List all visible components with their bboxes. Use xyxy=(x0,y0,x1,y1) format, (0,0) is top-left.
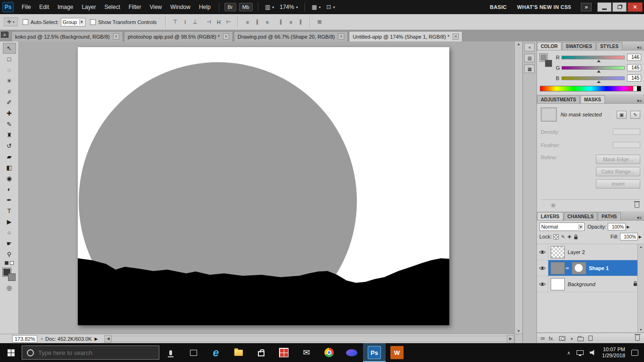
align-bottom-edges-button[interactable]: ⊥ xyxy=(190,17,200,26)
green-slider[interactable] xyxy=(561,66,625,70)
align-vertical-centers-button[interactable]: I xyxy=(180,17,190,26)
action-center-icon[interactable] xyxy=(631,350,638,356)
layer-mask-link-icon[interactable]: 8 xyxy=(565,266,570,271)
path-selection-tool[interactable]: ▶ xyxy=(3,216,16,227)
color-spectrum-ramp[interactable] xyxy=(540,86,641,91)
color-swatches-control[interactable] xyxy=(3,268,16,281)
type-tool[interactable]: T xyxy=(3,206,16,216)
layer-name[interactable]: Background xyxy=(568,281,595,287)
align-right-edges-button[interactable]: ⊢ xyxy=(223,17,233,26)
new-layer-icon[interactable] xyxy=(588,336,593,341)
quick-mask-button[interactable]: ◎ xyxy=(3,282,16,293)
word-taskbar-button[interactable]: W xyxy=(386,343,408,362)
distribute-bottom-edges-button[interactable]: ≡ xyxy=(262,17,272,26)
adjustment-layer-icon[interactable]: ◑ xyxy=(570,336,573,341)
layer-name[interactable]: Layer 2 xyxy=(568,249,585,255)
show-transform-checkbox[interactable] xyxy=(90,19,96,25)
clone-stamp-tool[interactable]: ♜ xyxy=(3,130,16,140)
brush-tool[interactable]: ✎ xyxy=(3,119,16,130)
opacity-flyout-icon[interactable]: ▶ xyxy=(627,225,629,229)
background-color-swatch[interactable] xyxy=(545,60,552,67)
fill-flyout-icon[interactable]: ▶ xyxy=(639,235,642,239)
layer-thumbnail[interactable] xyxy=(551,262,565,274)
taskbar-clock[interactable]: 10:07 PM 1/29/2018 xyxy=(602,346,625,359)
minimize-button[interactable] xyxy=(597,2,611,12)
dodge-tool[interactable]: ◐ xyxy=(3,184,16,195)
chrome-button[interactable] xyxy=(318,343,340,362)
swap-colors-icon[interactable] xyxy=(10,261,14,265)
default-colors-icon[interactable] xyxy=(5,261,8,265)
layers-scrollbar[interactable]: ▲ ▼ xyxy=(637,244,644,332)
pen-tool[interactable]: ✒ xyxy=(3,195,16,206)
store-button[interactable] xyxy=(250,343,272,362)
layer-row-background[interactable]: Background xyxy=(537,276,644,292)
tab-masks[interactable]: MASKS xyxy=(580,95,605,103)
add-pixel-mask-button[interactable]: ▣ xyxy=(617,111,627,119)
photoshop-taskbar-button[interactable]: Ps xyxy=(363,343,386,362)
file-explorer-button[interactable] xyxy=(227,343,250,362)
load-mask-selection-icon[interactable]: ◌ xyxy=(542,202,545,208)
document-tab-drawing[interactable]: Drawing.psd @ 66.7% (Shape 20, RGB/8) × xyxy=(234,31,348,41)
mask-edge-button[interactable]: Mask Edge... xyxy=(596,155,640,164)
collapsed-panel-icon-2[interactable]: ▦ xyxy=(524,65,535,73)
document-tab-photoshop-apip[interactable]: photoshop apip.psd @ 98.5% (RGB/8) * × xyxy=(124,31,233,41)
spectrum-bw-end[interactable] xyxy=(633,86,641,91)
menu-edit[interactable]: Edit xyxy=(35,0,53,14)
blend-mode-dropdown[interactable]: Normal ▾ xyxy=(539,222,585,231)
history-brush-tool[interactable]: ↺ xyxy=(3,140,16,151)
vertical-scrollbar[interactable]: ▲ ▼ xyxy=(514,41,522,334)
distribute-left-edges-button[interactable]: ∥ xyxy=(276,17,286,26)
link-layers-icon[interactable]: 8 xyxy=(540,337,545,339)
delete-mask-icon[interactable] xyxy=(635,203,639,208)
add-vector-mask-button[interactable]: ✎ xyxy=(630,111,640,119)
mail-button[interactable]: ✉ xyxy=(295,343,318,362)
vector-mask-thumbn ail[interactable] xyxy=(572,262,586,274)
distribute-right-edges-button[interactable]: ∥ xyxy=(296,17,305,26)
menu-help[interactable]: Help xyxy=(195,0,215,14)
workspace-whats-new-button[interactable]: WHAT'S NEW IN CS5 xyxy=(512,4,576,10)
eraser-tool[interactable]: ▰ xyxy=(3,151,16,162)
tab-swatches[interactable]: SWATCHES xyxy=(562,42,596,50)
delete-layer-icon[interactable] xyxy=(635,336,640,341)
slider-marker-icon[interactable] xyxy=(597,60,601,62)
move-tool[interactable]: ↖ xyxy=(3,43,16,54)
layer-name[interactable]: Shape 1 xyxy=(589,265,609,271)
scroll-up-icon[interactable]: ▲ xyxy=(517,42,520,46)
canvas-region[interactable] xyxy=(19,41,514,334)
distribute-vertical-centers-button[interactable]: ∥ xyxy=(252,17,262,26)
menu-window[interactable]: Window xyxy=(166,0,195,14)
document-tab-koko[interactable]: koko.psd @ 12.5% (Background, RGB/8) × xyxy=(11,31,123,41)
auto-align-layers-button[interactable]: ⊞ xyxy=(314,17,324,26)
background-color-swatch[interactable] xyxy=(8,273,16,281)
toolbar-expand-icon[interactable]: » xyxy=(1,32,8,38)
app-button-red-grid[interactable] xyxy=(272,343,295,362)
spot-healing-brush-tool[interactable]: ✚ xyxy=(3,108,16,119)
menu-image[interactable]: Image xyxy=(53,0,77,14)
scroll-down-icon[interactable]: ▼ xyxy=(517,329,520,333)
horizontal-scroll-track[interactable] xyxy=(112,336,507,342)
fill-field[interactable]: 100% xyxy=(620,233,638,240)
status-flyout-icon[interactable]: ▶ xyxy=(95,337,98,341)
scroll-up-icon[interactable]: ▲ xyxy=(639,245,643,248)
lock-image-icon[interactable]: ✎ xyxy=(561,234,565,239)
document-canvas[interactable] xyxy=(78,47,449,325)
tab-paths[interactable]: PATHS xyxy=(598,212,620,220)
close-tab-icon[interactable]: × xyxy=(113,33,119,40)
zoom-tool[interactable]: ⚲ xyxy=(3,249,16,260)
horizontal-scrollbar[interactable]: ◀ ▶ xyxy=(104,334,514,343)
visibility-toggle[interactable] xyxy=(537,244,548,260)
expand-dock-icon[interactable]: « xyxy=(524,43,535,51)
rectangular-marquee-tool[interactable]: □ xyxy=(3,54,16,65)
menu-view[interactable]: View xyxy=(145,0,166,14)
layer-row-shape-1[interactable]: 8 Shape 1 xyxy=(537,260,644,276)
collapsed-panel-icon-1[interactable]: ▥ xyxy=(524,54,535,62)
close-button[interactable]: ✕ xyxy=(627,2,643,12)
menu-filter[interactable]: Filter xyxy=(124,0,146,14)
network-icon[interactable] xyxy=(577,350,584,355)
lock-position-icon[interactable]: ✚ xyxy=(568,234,571,239)
workspace-basic-button[interactable]: BASIC xyxy=(485,4,512,10)
layer-thumbnail[interactable] xyxy=(551,246,565,258)
slider-marker-icon[interactable] xyxy=(597,70,601,73)
document-tab-untitled-apip[interactable]: Untitled-apip @ 174% (Shape 1, RGB/8) * … xyxy=(349,31,462,41)
arrange-documents-dropdown[interactable]: ▦ ▾ xyxy=(312,4,321,10)
